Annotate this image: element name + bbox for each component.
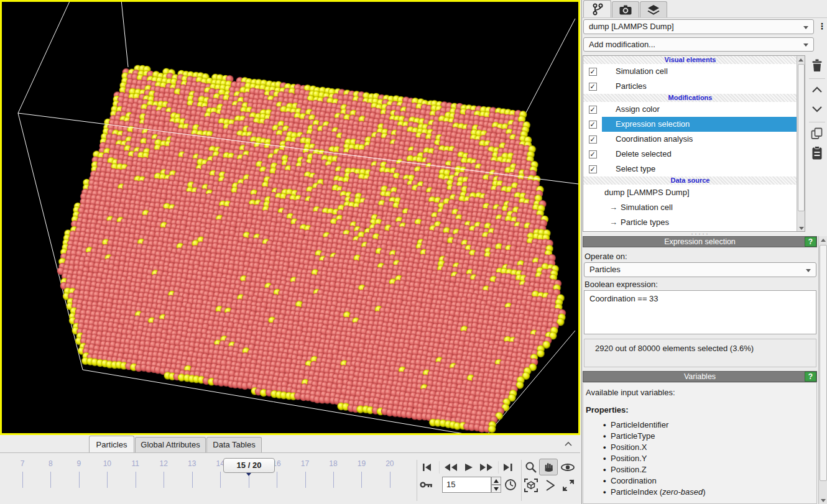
pipeline-list-scrollbar[interactable] (797, 56, 805, 231)
help-button[interactable]: ? (805, 372, 816, 382)
frame-spin-up[interactable] (491, 477, 501, 485)
scrollbar-thumb[interactable] (820, 245, 827, 481)
orbit-tool-button[interactable] (560, 460, 576, 474)
move-modifier-up-button[interactable] (810, 83, 825, 96)
variables-header[interactable]: Variables (583, 371, 817, 382)
pipeline-selector-value: dump [LAMMPS Dump] (589, 22, 674, 31)
clipboard-icon (811, 146, 823, 160)
timeline-tick-label: 10 (98, 459, 116, 468)
expression-selection-header[interactable]: Expression selection (583, 236, 817, 247)
pipeline-item-label: Delete selected (602, 147, 797, 162)
skip-to-start-button[interactable] (420, 460, 434, 474)
frame-number-input[interactable]: 15 (442, 477, 491, 493)
pipeline-selector-dropdown[interactable]: dump [LAMMPS Dump] (583, 19, 814, 34)
operate-on-dropdown[interactable]: Particles (584, 262, 816, 277)
arrow-icon: → (583, 203, 617, 212)
pipeline-item-delete-selected[interactable]: ✓ Delete selected (583, 147, 797, 162)
copy-modifier-button[interactable] (810, 126, 825, 141)
pipeline-item-expression-selection[interactable]: ✓ Expression selection (583, 117, 797, 132)
scroll-up-icon[interactable] (798, 58, 803, 62)
pipeline-subitem-simulation-cell[interactable]: → Simulation cell (583, 199, 797, 214)
pan-tool-button[interactable] (539, 459, 558, 475)
animation-settings-button[interactable] (419, 479, 434, 491)
animation-time-button[interactable] (504, 478, 517, 492)
tab-data-tables[interactable]: Data Tables (206, 437, 262, 452)
variables-group-label: Properties: (586, 405, 816, 415)
add-modification-label: Add modification... (589, 40, 655, 49)
timeline-tick (136, 472, 136, 488)
divider (498, 461, 499, 474)
pipeline-item-simulation-cell[interactable]: ✓ Simulation cell (583, 64, 797, 79)
pipeline-list: Visual elements ✓ Simulation cell ✓ Part… (583, 55, 805, 232)
timeline-tick-label: 8 (42, 459, 59, 468)
pipeline-item-data-source[interactable]: dump [LAMMPS Dump] (583, 185, 797, 199)
tab-particles[interactable]: Particles (89, 436, 134, 452)
scroll-down-icon[interactable] (799, 227, 804, 230)
pipeline-subitem-particle-types[interactable]: → Particle types (583, 214, 797, 229)
variable-item: ParticleIdentifier (603, 419, 816, 431)
skip-to-end-button[interactable] (501, 460, 515, 474)
skip-end-icon (503, 463, 513, 472)
viewport-canvas[interactable] (2, 2, 578, 433)
checkbox[interactable]: ✓ (589, 165, 597, 173)
checkbox[interactable]: ✓ (589, 150, 597, 158)
scroll-up-icon[interactable] (821, 239, 826, 242)
pipeline-item-select-type[interactable]: ✓ Select type (583, 162, 797, 176)
command-panel: dump [LAMMPS Dump] ⋮ Add modification...… (581, 0, 827, 504)
pipeline-item-assign-color[interactable]: ✓ Assign color (583, 102, 797, 117)
checkbox[interactable]: ✓ (589, 83, 597, 91)
frame-spin-down[interactable] (491, 485, 501, 493)
previous-frame-button[interactable] (443, 460, 459, 474)
divider (439, 461, 440, 474)
delete-modifier-button[interactable] (810, 58, 825, 73)
boolean-expression-input[interactable]: Coordination == 33 (584, 290, 816, 334)
variable-item: Coordination (603, 475, 816, 487)
maximize-viewport-button[interactable] (560, 477, 576, 493)
scroll-down-icon[interactable] (821, 499, 826, 502)
zoom-tool-button[interactable] (524, 459, 538, 475)
next-frame-button[interactable] (478, 460, 494, 474)
zoom-scene-extents-button[interactable] (523, 477, 539, 493)
chevron-down-icon (811, 106, 823, 112)
move-modifier-down-button[interactable] (810, 102, 825, 116)
play-button[interactable] (462, 460, 476, 474)
divider (809, 122, 825, 122)
timeline[interactable]: 7891011121314151617181920 (0, 457, 410, 500)
collapse-panel-button[interactable] (561, 438, 575, 449)
timeline-tick (305, 472, 306, 488)
timeline-tick-label: 9 (70, 459, 88, 468)
paste-modifier-button[interactable] (810, 145, 825, 161)
tab-global-attributes[interactable]: Global Attributes (135, 437, 206, 452)
pipeline-icon (592, 3, 603, 16)
trash-icon (811, 59, 823, 72)
divider (417, 460, 417, 501)
checkbox[interactable]: ✓ (589, 135, 597, 144)
pick-mode-button[interactable] (542, 477, 558, 493)
variables-intro: Available input variables: (586, 388, 816, 397)
pipeline-item-coordination-analysis[interactable]: ✓ Coordination analysis (583, 132, 797, 147)
checkbox[interactable]: ✓ (589, 68, 597, 76)
checkbox[interactable]: ✓ (589, 121, 597, 129)
variable-item: ParticleType (603, 431, 816, 442)
pipeline-item-particles[interactable]: ✓ Particles (583, 79, 797, 94)
timeline-marker (246, 473, 251, 476)
timeline-tick (164, 472, 164, 488)
tab-pipeline[interactable] (583, 0, 611, 17)
tab-overlays[interactable] (640, 1, 667, 17)
bottom-panel: Particles Global Attributes Data Tables … (0, 435, 580, 504)
timeline-tick (333, 472, 334, 488)
tabbar-divider (0, 452, 580, 453)
help-button[interactable]: ? (805, 237, 816, 247)
viewport[interactable] (0, 0, 580, 435)
operate-on-label: Operate on: (584, 252, 627, 261)
timeline-tick-label: 17 (297, 459, 314, 468)
pipeline-menu-button[interactable]: ⋮ (817, 19, 827, 34)
checkbox[interactable]: ✓ (589, 106, 597, 114)
current-frame-button[interactable]: 15 / 20 (223, 458, 275, 473)
timeline-tick (79, 472, 80, 488)
panel-scrollbar[interactable] (818, 236, 827, 504)
add-modification-dropdown[interactable]: Add modification... (583, 37, 814, 52)
scrollbar-thumb[interactable] (798, 64, 805, 211)
tab-render[interactable] (612, 1, 639, 17)
chevron-down-icon (803, 26, 808, 29)
